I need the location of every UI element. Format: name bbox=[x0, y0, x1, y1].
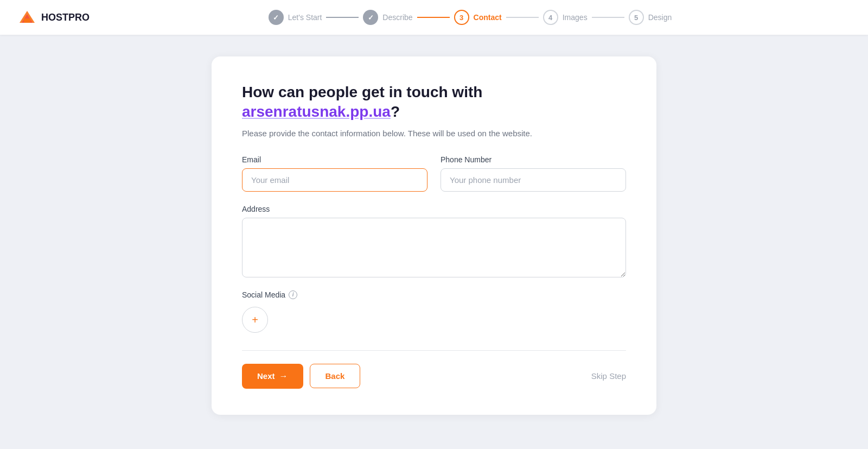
address-label: Address bbox=[242, 205, 626, 213]
social-media-label: Social Media i bbox=[242, 290, 626, 299]
connector-1 bbox=[326, 17, 359, 18]
connector-3 bbox=[506, 17, 539, 18]
logo[interactable]: HOSTPRO bbox=[17, 8, 90, 27]
page-title: How can people get in touch with arsenra… bbox=[242, 83, 626, 122]
connector-2 bbox=[417, 17, 450, 18]
step-circle-design: 5 bbox=[629, 10, 644, 25]
logo-text: HOSTPRO bbox=[41, 12, 90, 23]
step-circle-lets-start: ✓ bbox=[269, 10, 284, 25]
step-images: 4 Images bbox=[543, 10, 588, 25]
address-field[interactable] bbox=[242, 218, 626, 277]
step-circle-contact: 3 bbox=[454, 10, 469, 25]
email-field[interactable] bbox=[242, 168, 427, 192]
next-label: Next bbox=[257, 371, 275, 381]
address-group: Address bbox=[242, 205, 626, 277]
step-label-describe: Describe bbox=[382, 13, 412, 22]
email-phone-row: Email Phone Number bbox=[242, 155, 626, 192]
connector-4 bbox=[592, 17, 624, 18]
form-footer: Next → Back Skip Step bbox=[242, 364, 626, 389]
main-content: How can people get in touch with arsenra… bbox=[0, 35, 868, 449]
phone-group: Phone Number bbox=[441, 155, 626, 192]
svg-rect-3 bbox=[24, 18, 30, 23]
divider bbox=[242, 350, 626, 351]
next-button[interactable]: Next → bbox=[242, 364, 303, 389]
social-media-section: Social Media i + bbox=[242, 290, 626, 333]
skip-label: Skip Step bbox=[591, 371, 626, 381]
title-post: ? bbox=[391, 103, 400, 120]
phone-field[interactable] bbox=[441, 168, 626, 192]
add-social-button[interactable]: + bbox=[242, 307, 268, 333]
back-button[interactable]: Back bbox=[310, 364, 361, 388]
step-describe: ✓ Describe bbox=[363, 10, 412, 25]
email-label: Email bbox=[242, 155, 427, 164]
arrow-right-icon: → bbox=[279, 371, 288, 381]
step-lets-start: ✓ Let's Start bbox=[269, 10, 322, 25]
title-pre: How can people get in touch with bbox=[242, 84, 482, 100]
page-subtitle: Please provide the contact information b… bbox=[242, 129, 626, 138]
step-contact: 3 Contact bbox=[454, 10, 502, 25]
form-card: How can people get in touch with arsenra… bbox=[212, 56, 656, 415]
step-label-contact: Contact bbox=[474, 13, 502, 22]
back-label: Back bbox=[326, 371, 345, 381]
stepper: ✓ Let's Start ✓ Describe 3 Contact 4 Ima… bbox=[269, 10, 672, 25]
email-group: Email bbox=[242, 155, 427, 192]
step-circle-describe: ✓ bbox=[363, 10, 378, 25]
skip-step-button[interactable]: Skip Step bbox=[591, 371, 626, 381]
phone-label: Phone Number bbox=[441, 155, 626, 164]
step-design: 5 Design bbox=[629, 10, 672, 25]
step-label-images: Images bbox=[563, 13, 588, 22]
step-label-design: Design bbox=[648, 13, 672, 22]
plus-icon: + bbox=[252, 314, 258, 325]
header: HOSTPRO ✓ Let's Start ✓ Describe 3 Conta… bbox=[0, 0, 868, 35]
social-info-icon: i bbox=[289, 290, 297, 299]
title-link[interactable]: arsenratusnak.pp.ua bbox=[242, 103, 391, 120]
step-circle-images: 4 bbox=[543, 10, 558, 25]
step-label-lets-start: Let's Start bbox=[288, 13, 322, 22]
